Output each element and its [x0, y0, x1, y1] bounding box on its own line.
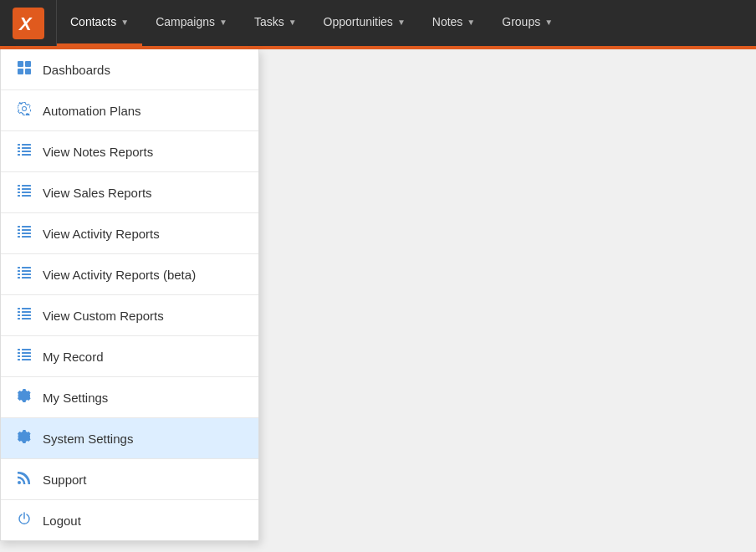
- top-navbar: X Contacts ▼ Campaigns ▼ Tasks ▼ Opportu…: [0, 0, 756, 46]
- svg-rect-46: [22, 349, 31, 350]
- dropdown-label-view-custom-reports: View Custom Reports: [43, 309, 164, 323]
- dropdown-item-view-sales-reports[interactable]: View Sales Reports: [1, 172, 258, 213]
- brand-icon: X: [13, 8, 44, 39]
- dropdown-item-view-custom-reports[interactable]: View Custom Reports: [1, 295, 258, 336]
- chevron-down-icon: ▼: [120, 18, 129, 27]
- nav-item-opportunities[interactable]: Opportunities ▼: [310, 0, 419, 46]
- list-icon: [16, 225, 33, 242]
- svg-rect-18: [22, 192, 31, 193]
- dropdown-label-view-notes-reports: View Notes Reports: [43, 145, 153, 159]
- dropdown-label-support: Support: [43, 473, 87, 487]
- svg-rect-51: [18, 359, 20, 360]
- dropdown-item-view-notes-reports[interactable]: View Notes Reports: [1, 131, 258, 172]
- dropdown-item-my-settings[interactable]: My Settings: [1, 377, 258, 418]
- svg-rect-36: [22, 277, 31, 279]
- svg-rect-50: [22, 355, 31, 357]
- gear-icon: [16, 389, 33, 406]
- nav-label-contacts: Contacts: [70, 15, 116, 28]
- dropdown-label-my-settings: My Settings: [43, 391, 108, 405]
- svg-rect-9: [18, 151, 20, 152]
- dropdown-label-view-activity-reports: View Activity Reports: [43, 227, 160, 241]
- svg-rect-40: [22, 311, 31, 313]
- svg-rect-8: [22, 147, 31, 149]
- svg-rect-6: [22, 144, 31, 146]
- svg-rect-25: [18, 233, 20, 234]
- svg-rect-47: [18, 352, 20, 354]
- svg-rect-21: [18, 226, 20, 227]
- svg-text:X: X: [18, 13, 33, 34]
- dropdown-menu: Dashboards Automation Plans View N: [0, 49, 259, 541]
- brand-logo[interactable]: X: [0, 0, 57, 46]
- svg-rect-38: [22, 308, 31, 309]
- svg-rect-12: [22, 154, 31, 156]
- dropdown-item-system-settings[interactable]: System Settings: [1, 418, 258, 459]
- dropdown-item-support[interactable]: Support: [1, 459, 258, 500]
- nav-label-notes: Notes: [432, 15, 463, 28]
- svg-rect-32: [22, 270, 31, 272]
- svg-rect-39: [18, 311, 20, 313]
- dropdown-label-my-record: My Record: [43, 350, 104, 364]
- power-icon: [16, 512, 33, 529]
- dashboard-icon: [16, 61, 33, 78]
- svg-rect-42: [22, 314, 31, 316]
- dropdown-label-automation-plans: Automation Plans: [43, 104, 141, 118]
- svg-rect-41: [18, 314, 20, 316]
- nav-item-groups[interactable]: Groups ▼: [488, 0, 566, 46]
- dropdown-item-view-activity-reports-beta[interactable]: View Activity Reports (beta): [1, 254, 258, 295]
- svg-rect-15: [18, 188, 20, 190]
- svg-rect-11: [18, 154, 20, 156]
- nav-items: Contacts ▼ Campaigns ▼ Tasks ▼ Opportuni…: [57, 0, 566, 46]
- dropdown-label-logout: Logout: [43, 514, 81, 528]
- svg-rect-52: [22, 359, 31, 360]
- gear-icon: [16, 102, 33, 119]
- svg-rect-27: [18, 236, 20, 238]
- svg-rect-30: [22, 267, 31, 268]
- svg-rect-28: [22, 236, 31, 238]
- svg-rect-4: [25, 69, 31, 74]
- list-icon: [16, 184, 33, 201]
- chevron-down-icon: ▼: [467, 18, 475, 27]
- svg-rect-43: [18, 318, 20, 319]
- dropdown-item-view-activity-reports[interactable]: View Activity Reports: [1, 213, 258, 254]
- svg-rect-19: [18, 195, 20, 197]
- svg-rect-17: [18, 192, 20, 193]
- dropdown-item-my-record[interactable]: My Record: [1, 336, 258, 377]
- svg-rect-44: [22, 318, 31, 319]
- rss-icon: [16, 471, 33, 488]
- nav-item-notes[interactable]: Notes ▼: [419, 0, 488, 46]
- svg-rect-5: [18, 144, 20, 146]
- svg-rect-45: [18, 349, 20, 350]
- svg-rect-16: [22, 188, 31, 190]
- list-icon: [16, 143, 33, 160]
- svg-rect-24: [22, 229, 31, 231]
- svg-rect-37: [18, 308, 20, 309]
- svg-rect-3: [18, 69, 23, 74]
- chevron-down-icon: ▼: [544, 18, 553, 27]
- dropdown-label-system-settings: System Settings: [43, 432, 133, 446]
- dropdown-item-automation-plans[interactable]: Automation Plans: [1, 90, 258, 131]
- svg-rect-20: [22, 195, 31, 197]
- svg-rect-31: [18, 270, 20, 272]
- dropdown-label-view-activity-reports-beta: View Activity Reports (beta): [43, 268, 196, 282]
- chevron-down-icon: ▼: [219, 18, 227, 27]
- svg-rect-10: [22, 151, 31, 152]
- nav-item-campaigns[interactable]: Campaigns ▼: [142, 0, 241, 46]
- svg-rect-34: [22, 273, 31, 275]
- chevron-down-icon: ▼: [397, 18, 406, 27]
- dropdown-item-logout[interactable]: Logout: [1, 500, 258, 540]
- dropdown-label-dashboards: Dashboards: [43, 63, 110, 77]
- list-icon: [16, 266, 33, 283]
- svg-rect-48: [22, 352, 31, 354]
- svg-rect-2: [25, 61, 31, 67]
- dropdown-item-dashboards[interactable]: Dashboards: [1, 49, 258, 90]
- nav-item-contacts[interactable]: Contacts ▼: [57, 0, 142, 46]
- nav-label-opportunities: Opportunities: [324, 15, 393, 28]
- svg-rect-1: [18, 61, 23, 67]
- svg-rect-13: [18, 185, 20, 187]
- dropdown-label-view-sales-reports: View Sales Reports: [43, 186, 152, 200]
- svg-rect-29: [18, 267, 20, 268]
- nav-label-tasks: Tasks: [254, 15, 284, 28]
- svg-rect-14: [22, 185, 31, 187]
- nav-item-tasks[interactable]: Tasks ▼: [241, 0, 310, 46]
- svg-rect-22: [22, 226, 31, 227]
